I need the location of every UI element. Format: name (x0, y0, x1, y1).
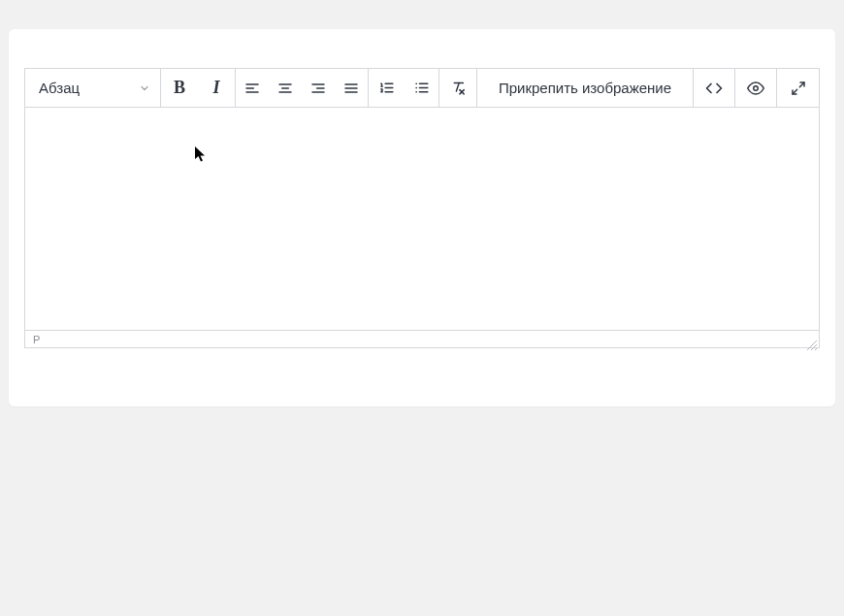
align-left-button[interactable] (236, 69, 269, 107)
eye-icon (747, 80, 764, 97)
editor-toolbar: Абзац B I (25, 69, 819, 108)
svg-point-23 (754, 85, 759, 90)
mouse-cursor-icon (195, 146, 207, 162)
align-justify-icon (343, 81, 359, 96)
bold-icon: B (174, 78, 185, 98)
editor-card: Абзац B I (9, 29, 835, 406)
preview-button[interactable] (735, 69, 777, 107)
fullscreen-button[interactable] (777, 69, 819, 107)
editor-content[interactable] (25, 108, 819, 330)
clear-format-button[interactable] (439, 69, 476, 107)
align-center-icon (277, 81, 293, 96)
element-path: P (33, 334, 40, 345)
attach-image-button[interactable]: Прикрепить изображение (477, 69, 694, 107)
align-center-button[interactable] (269, 69, 302, 107)
bold-button[interactable]: B (161, 69, 198, 107)
clear-format-icon (450, 80, 467, 96)
fullscreen-icon (791, 81, 806, 96)
svg-point-18 (415, 82, 417, 84)
code-view-button[interactable] (694, 69, 735, 107)
ordered-list-icon (378, 80, 395, 96)
italic-button[interactable]: I (198, 69, 235, 107)
italic-icon: I (212, 78, 219, 98)
resize-handle[interactable] (801, 335, 811, 344)
align-left-icon (244, 81, 260, 96)
editor-statusbar: P (25, 330, 819, 347)
ordered-list-button[interactable] (369, 69, 404, 107)
text-style-group: B I (161, 69, 236, 107)
attach-image-label: Прикрепить изображение (499, 80, 671, 96)
format-select-label: Абзац (39, 80, 80, 96)
svg-point-20 (415, 91, 417, 93)
align-right-button[interactable] (302, 69, 335, 107)
align-group (236, 69, 369, 107)
unordered-list-button[interactable] (404, 69, 438, 107)
code-icon (705, 80, 723, 97)
rich-text-editor: Абзац B I (24, 68, 820, 348)
unordered-list-icon (413, 80, 430, 96)
align-right-icon (310, 81, 326, 96)
chevron-down-icon (139, 82, 150, 94)
view-group (694, 69, 819, 107)
align-justify-button[interactable] (335, 69, 368, 107)
format-select[interactable]: Абзац (25, 69, 161, 107)
list-group (369, 69, 439, 107)
format-clear-group (439, 69, 477, 107)
svg-point-19 (415, 87, 417, 89)
